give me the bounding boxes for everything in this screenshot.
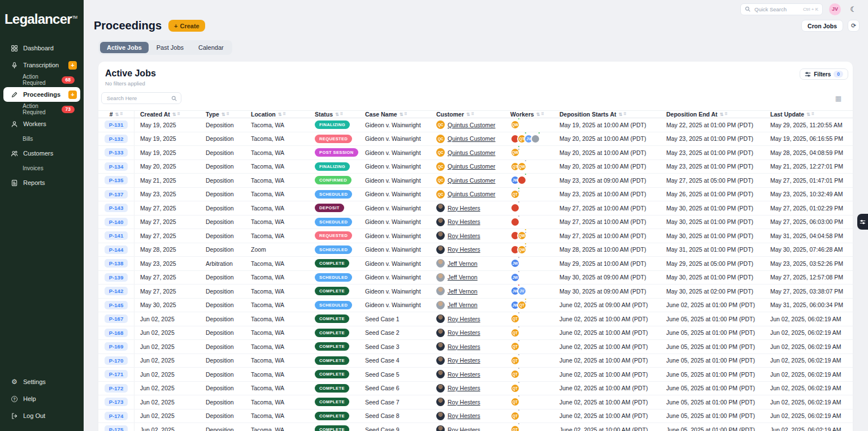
- job-id-badge[interactable]: P-174: [105, 412, 128, 420]
- job-id-badge[interactable]: P-168: [105, 329, 128, 337]
- customer-link[interactable]: Roy Hesters: [448, 371, 480, 378]
- job-id-badge[interactable]: P-171: [105, 370, 128, 378]
- worker-avatar[interactable]: QT: [510, 369, 520, 379]
- table-search-input[interactable]: [106, 94, 169, 102]
- user-avatar[interactable]: JV: [829, 3, 841, 15]
- job-id-badge[interactable]: P-173: [105, 398, 128, 406]
- tab-calendar[interactable]: Calendar: [192, 42, 231, 53]
- customer-link[interactable]: Quintus Customer: [448, 177, 496, 184]
- customer-link[interactable]: Roy Hesters: [448, 357, 480, 364]
- column-menu-icon[interactable]: ⠿: [340, 112, 343, 117]
- customer-link[interactable]: Roy Hesters: [448, 399, 480, 406]
- customer-link[interactable]: Jeff Vernon: [448, 274, 478, 281]
- customer-link[interactable]: Roy Hesters: [448, 343, 480, 350]
- worker-avatar[interactable]: [510, 203, 520, 213]
- worker-avatar[interactable]: JV: [517, 286, 527, 296]
- customer-link[interactable]: Quintus Customer: [448, 149, 496, 156]
- table-row[interactable]: P-171Jun 02, 2025DepositionTacoma, WACOM…: [98, 368, 853, 382]
- worker-avatar[interactable]: [510, 217, 520, 227]
- table-row[interactable]: P-132May 19, 2025DepositionTacoma, WAREQ…: [98, 132, 853, 146]
- customer-link[interactable]: Jeff Vernon: [448, 288, 478, 295]
- worker-avatar[interactable]: QT: [510, 356, 520, 365]
- column-menu-icon[interactable]: ⠿: [541, 112, 544, 117]
- sidebar-item-workers[interactable]: Workers: [3, 117, 80, 131]
- sort-icon[interactable]: ⇅: [536, 112, 540, 117]
- sidebar-item-transcription[interactable]: Transcription +: [3, 58, 80, 72]
- column-header-status[interactable]: Status⇅⠿: [309, 111, 359, 118]
- table-row[interactable]: P-142May 27, 2025DepositionTacoma, WACOM…: [98, 285, 853, 299]
- worker-avatar[interactable]: QT: [517, 300, 527, 310]
- sidebar-item-customers[interactable]: Customers: [3, 146, 80, 161]
- floating-settings-tab[interactable]: [857, 214, 868, 230]
- customer-link[interactable]: Roy Hesters: [448, 412, 480, 419]
- sidebar-item-reports[interactable]: Reports: [3, 175, 80, 190]
- column-menu-icon[interactable]: ⠿: [226, 112, 229, 117]
- customer-link[interactable]: Jeff Vernon: [448, 260, 478, 267]
- job-id-badge[interactable]: P-137: [105, 190, 128, 199]
- job-id-badge[interactable]: P-140: [105, 218, 128, 226]
- worker-avatar[interactable]: QT: [510, 328, 520, 338]
- column-header-type[interactable]: Type⇅⠿: [200, 111, 245, 118]
- table-row[interactable]: P-173Jun 02, 2025DepositionTacoma, WACOM…: [98, 395, 853, 410]
- customer-link[interactable]: Jeff Vernon: [448, 301, 478, 308]
- sidebar-subitem-invoices[interactable]: Invoices: [0, 162, 84, 174]
- worker-avatar[interactable]: QT: [510, 189, 520, 199]
- table-row[interactable]: P-143May 27, 2025DepositionTacoma, WADEP…: [98, 201, 853, 215]
- customer-link[interactable]: Quintus Customer: [448, 122, 496, 128]
- column-header-id[interactable]: #⇅⠿: [98, 111, 134, 118]
- customer-link[interactable]: Roy Hesters: [448, 205, 480, 212]
- job-id-badge[interactable]: P-139: [105, 273, 128, 282]
- column-menu-icon[interactable]: ⠿: [283, 112, 285, 117]
- column-menu-icon[interactable]: ⠿: [177, 112, 180, 117]
- customer-link[interactable]: Roy Hesters: [448, 246, 480, 253]
- job-id-badge[interactable]: P-134: [105, 162, 128, 171]
- job-id-badge[interactable]: P-131: [105, 120, 128, 129]
- table-row[interactable]: P-144May 28, 2025DepositionZoomSCHEDULED…: [98, 243, 853, 257]
- sort-icon[interactable]: ⇅: [619, 112, 623, 117]
- tab-past-jobs[interactable]: Past Jobs: [150, 42, 190, 53]
- job-id-badge[interactable]: P-167: [105, 314, 128, 323]
- customer-link[interactable]: Quintus Customer: [448, 163, 496, 170]
- table-row[interactable]: P-169Jun 02, 2025DepositionTacoma, WACOM…: [98, 340, 853, 354]
- table-row[interactable]: P-133May 19, 2025DepositionTacoma, WAPOS…: [98, 146, 853, 160]
- job-id-badge[interactable]: P-172: [105, 384, 128, 393]
- table-row[interactable]: P-174Jun 02, 2025DepositionTacoma, WACOM…: [98, 410, 853, 424]
- column-menu-icon[interactable]: ⠿: [623, 112, 626, 117]
- sort-icon[interactable]: ⇅: [278, 112, 282, 117]
- column-menu-icon[interactable]: ⠿: [471, 112, 474, 117]
- worker-avatar[interactable]: [517, 175, 527, 185]
- column-menu-icon[interactable]: ⠿: [724, 112, 727, 117]
- column-header-last-update[interactable]: Last Update⇅⠿: [765, 111, 853, 118]
- sidebar-item-help[interactable]: ? Help: [3, 391, 80, 406]
- table-row[interactable]: P-168Jun 02, 2025DepositionTacoma, WACOM…: [98, 326, 853, 341]
- sort-icon[interactable]: ⇅: [806, 112, 810, 117]
- app-logo[interactable]: LegalancerTM: [0, 11, 84, 27]
- job-id-badge[interactable]: P-141: [105, 231, 128, 240]
- table-row[interactable]: P-175Jun 02, 2025DepositionTacoma, WACOM…: [98, 423, 853, 431]
- job-id-badge[interactable]: P-138: [105, 259, 128, 268]
- sort-icon[interactable]: ⇅: [172, 112, 176, 117]
- sidebar-subitem-bills[interactable]: Bills: [0, 132, 84, 145]
- sidebar-item-dashboard[interactable]: Dashboard: [3, 41, 80, 55]
- column-menu-icon[interactable]: ⠿: [120, 112, 123, 117]
- worker-avatar[interactable]: QT: [510, 411, 520, 421]
- table-row[interactable]: P-138May 23, 2025ArbitrationTacoma, WACO…: [98, 257, 853, 271]
- sidebar-item-logout[interactable]: Log Out: [3, 408, 80, 423]
- column-header-location[interactable]: Location⇅⠿: [245, 111, 309, 118]
- sort-icon[interactable]: ⇅: [400, 112, 403, 117]
- column-header-deposition-starts-at[interactable]: Deposition Starts At⇅⠿: [554, 111, 661, 118]
- job-id-badge[interactable]: P-142: [105, 287, 128, 295]
- job-id-badge[interactable]: P-169: [105, 342, 128, 351]
- table-row[interactable]: P-134May 20, 2025DepositionTacoma, WAFIN…: [98, 160, 853, 174]
- worker-avatar[interactable]: [531, 134, 540, 144]
- sort-icon[interactable]: ⇅: [720, 112, 724, 117]
- worker-avatar[interactable]: QT: [510, 397, 520, 407]
- customer-link[interactable]: Roy Hesters: [448, 316, 480, 322]
- proceedings-add-button[interactable]: +: [68, 90, 77, 99]
- worker-avatar[interactable]: QT: [510, 425, 520, 431]
- sort-icon[interactable]: ⇅: [335, 112, 339, 117]
- table-row[interactable]: P-131May 19, 2025DepositionTacoma, WAFIN…: [98, 118, 853, 132]
- customer-link[interactable]: Quintus Customer: [448, 135, 496, 142]
- job-id-badge[interactable]: P-144: [105, 245, 128, 254]
- column-header-created-at[interactable]: Created At⇅⠿: [134, 111, 200, 118]
